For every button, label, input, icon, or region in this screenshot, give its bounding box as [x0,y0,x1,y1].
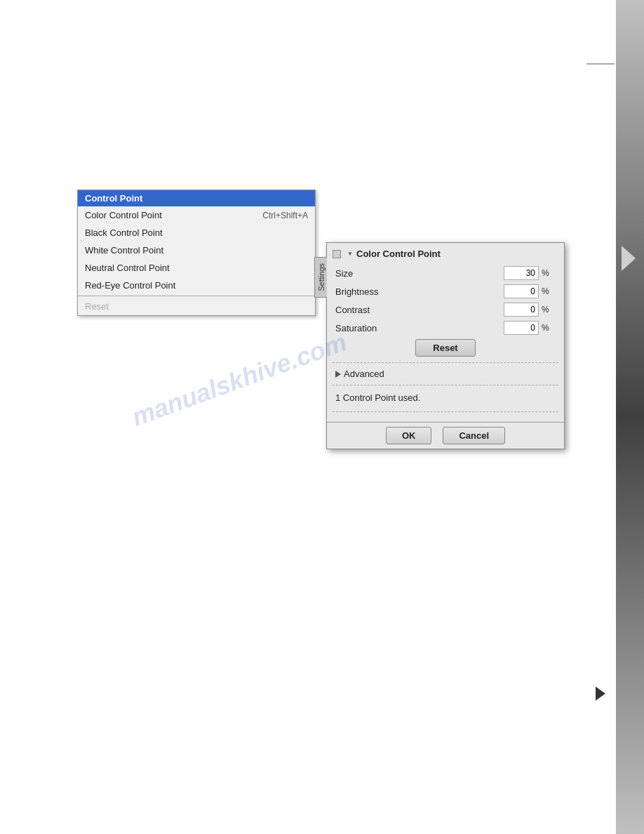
menu-separator [78,296,315,296]
settings-dialog: Settings ▼ Color Control Point Size % Br… [326,242,565,449]
separator-2 [333,385,558,385]
menu-item-label-redeye: Red-Eye Control Point [85,280,175,291]
menu-item-shortcut-color: Ctrl+Shift+A [262,211,308,220]
brightness-input[interactable] [504,284,539,298]
saturation-label: Saturation [335,323,504,333]
menu-item-black-control-point[interactable]: Black Control Point [78,224,315,241]
ok-button[interactable]: OK [386,427,432,444]
cancel-button[interactable]: Cancel [443,427,505,444]
menu-item-reset: Reset [78,298,315,315]
advanced-expand-icon [335,371,341,378]
advanced-row[interactable]: Advanced [333,367,558,380]
menu-item-label-neutral: Neutral Control Point [85,263,170,273]
saturation-input[interactable] [504,321,539,335]
brightness-field-row: Brightness % [333,284,558,298]
reset-button[interactable]: Reset [415,339,475,357]
right-bar-arrow [622,246,636,271]
context-menu-title: Control Point [85,193,142,204]
right-decorative-bar [616,0,644,834]
dialog-footer: OK Cancel [327,422,564,449]
size-input[interactable] [504,266,539,280]
minimize-button[interactable] [333,250,341,258]
menu-item-label-color: Color Control Point [85,210,162,220]
separator-1 [333,362,558,363]
advanced-label: Advanced [344,369,384,379]
dialog-inner: ▼ Color Control Point Size % Brightness … [327,243,564,422]
menu-item-redeye-control-point[interactable]: Red-Eye Control Point [78,277,315,294]
status-text: 1 Control Point used. [333,390,558,407]
brightness-label: Brightness [335,286,504,297]
menu-item-label-black: Black Control Point [85,227,163,238]
collapse-icon[interactable]: ▼ [347,251,354,258]
saturation-unit: % [542,323,556,333]
settings-tab-label: Settings [316,260,327,294]
menu-item-label-reset: Reset [85,301,109,312]
size-field-row: Size % [333,266,558,280]
brightness-unit: % [542,286,556,296]
bottom-arrow-triangle [596,687,605,701]
contrast-field-row: Contrast % [333,303,558,317]
size-unit: % [542,268,556,278]
contrast-input[interactable] [504,303,539,317]
watermark: manualskhive.com [128,327,351,432]
context-menu: Control Point Color Control Point Ctrl+S… [77,190,316,316]
top-right-decoration [586,63,615,65]
menu-item-white-control-point[interactable]: White Control Point [78,241,315,259]
section-title: Color Control Point [356,249,441,259]
menu-item-color-control-point[interactable]: Color Control Point Ctrl+Shift+A [78,206,315,224]
saturation-field-row: Saturation % [333,321,558,335]
menu-item-neutral-control-point[interactable]: Neutral Control Point [78,259,315,277]
size-label: Size [335,268,504,279]
menu-item-label-white: White Control Point [85,245,163,256]
bottom-right-arrow [596,687,605,701]
section-header: ▼ Color Control Point [333,247,558,260]
contrast-label: Contrast [335,305,504,315]
contrast-unit: % [542,305,556,315]
separator-3 [333,411,558,412]
settings-tab-strip[interactable]: Settings [314,257,327,298]
context-menu-header: Control Point [78,190,315,206]
